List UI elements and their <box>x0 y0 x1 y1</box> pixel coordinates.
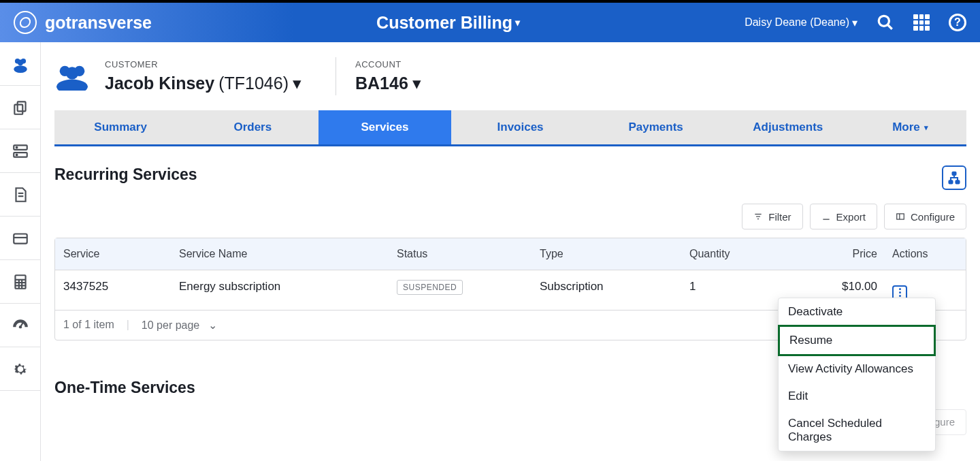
account-label: ACCOUNT <box>355 59 421 69</box>
sidebar-item-customers[interactable] <box>0 42 40 86</box>
action-view-allowances[interactable]: View Activity Allowances <box>779 355 935 383</box>
filter-icon <box>753 212 763 221</box>
svg-point-26 <box>66 67 78 79</box>
sidebar-item-dashboard[interactable] <box>0 304 40 347</box>
account-value: BA146 <box>355 74 408 93</box>
sidebar-item-copy[interactable] <box>0 86 40 129</box>
main-content: CUSTOMER Jacob Kinsey (TF1046) ▾ ACCOUNT… <box>41 42 980 461</box>
apps-grid-icon[interactable] <box>913 14 930 31</box>
actions-dropdown: Deactivate Resume View Activity Allowanc… <box>778 298 936 451</box>
customer-label: CUSTOMER <box>105 59 301 69</box>
sidebar-item-payments[interactable] <box>0 217 40 260</box>
tab-services[interactable]: Services <box>318 110 451 144</box>
svg-point-10 <box>16 146 17 148</box>
svg-point-0 <box>879 16 889 26</box>
user-name: Daisy Deane (Deane) <box>745 16 849 29</box>
top-right-controls: Daisy Deane (Deane) ▾ ? <box>745 14 966 31</box>
svg-point-4 <box>17 59 23 65</box>
columns-icon <box>896 212 905 221</box>
svg-rect-6 <box>17 101 25 111</box>
recurring-services-title: Recurring Services <box>54 165 197 184</box>
download-icon <box>821 212 831 221</box>
top-bar: gotransverse Customer Billing ▾ Daisy De… <box>0 0 980 42</box>
chevron-down-icon: ⌄ <box>208 319 217 332</box>
recurring-services-table: Service Service Name Status Type Quantit… <box>54 238 966 340</box>
tab-invoices[interactable]: Invoices <box>451 110 590 144</box>
help-icon[interactable]: ? <box>949 14 966 31</box>
cell-service-name: Energy subscription <box>171 270 389 310</box>
tab-summary[interactable]: Summary <box>54 110 186 144</box>
customer-name: Jacob Kinsey <box>105 74 214 93</box>
configure-button[interactable]: Configure <box>884 204 966 229</box>
svg-point-11 <box>16 154 17 155</box>
recurring-toolbar: Filter Export Configure <box>54 204 966 229</box>
brand-text: gotransverse <box>45 13 152 33</box>
col-service-name[interactable]: Service Name <box>171 238 389 270</box>
export-label: Export <box>836 211 866 223</box>
filter-label: Filter <box>768 211 791 223</box>
tab-more-label: More <box>892 121 920 134</box>
cell-status: SUSPENDED <box>389 270 532 310</box>
tab-payments[interactable]: Payments <box>590 110 722 144</box>
filter-button[interactable]: Filter <box>742 204 802 229</box>
sidebar-item-calculator[interactable] <box>0 260 40 304</box>
customer-header: CUSTOMER Jacob Kinsey (TF1046) ▾ ACCOUNT… <box>41 57 980 110</box>
divider <box>336 57 336 95</box>
tab-bar: Summary Orders Services Invoices Payment… <box>54 110 966 146</box>
svg-point-27 <box>56 80 88 91</box>
search-icon[interactable] <box>877 14 894 31</box>
svg-rect-14 <box>14 234 27 243</box>
per-page-label: 10 per page <box>142 319 199 331</box>
table-header: Service Service Name Status Type Quantit… <box>55 238 966 270</box>
divider: | <box>127 319 129 331</box>
svg-rect-23 <box>20 322 23 327</box>
svg-point-5 <box>14 65 27 73</box>
col-status[interactable]: Status <box>389 238 532 270</box>
sidebar-item-invoices[interactable] <box>0 173 40 217</box>
user-menu[interactable]: Daisy Deane (Deane) ▾ <box>745 16 858 29</box>
account-selector[interactable]: ACCOUNT BA146 ▾ <box>355 59 440 93</box>
page-title-text: Customer Billing <box>376 13 512 33</box>
item-count: 1 of 1 item <box>63 319 114 331</box>
table-row: 3437525 Energy subscription SUSPENDED Su… <box>55 270 966 311</box>
action-deactivate[interactable]: Deactivate <box>779 298 935 325</box>
export-button[interactable]: Export <box>810 204 877 229</box>
sidebar-item-services[interactable] <box>0 129 40 173</box>
tab-orders[interactable]: Orders <box>186 110 318 144</box>
sidebar-item-settings[interactable] <box>0 347 40 391</box>
chevron-down-icon: ▾ <box>852 16 858 29</box>
logo-icon <box>14 11 37 34</box>
col-actions: Actions <box>885 238 938 270</box>
customer-selector[interactable]: CUSTOMER Jacob Kinsey (TF1046) ▾ <box>105 59 321 93</box>
customer-code: (TF1046) <box>218 74 289 93</box>
col-type[interactable]: Type <box>532 238 681 270</box>
action-resume[interactable]: Resume <box>778 325 936 356</box>
chevron-down-icon: ▾ <box>515 17 520 28</box>
customers-icon <box>54 62 90 91</box>
hierarchy-button[interactable] <box>942 165 966 190</box>
page-title-dropdown[interactable]: Customer Billing ▾ <box>152 13 745 33</box>
svg-line-1 <box>887 25 892 29</box>
per-page-selector[interactable]: 10 per page ⌄ <box>142 319 217 332</box>
configure-label: Configure <box>911 211 955 223</box>
sidebar <box>0 42 41 461</box>
cell-service: 3437525 <box>55 270 171 310</box>
col-service[interactable]: Service <box>55 238 171 270</box>
chevron-down-icon: ▾ <box>924 123 928 132</box>
col-quantity[interactable]: Quantity <box>681 238 770 270</box>
svg-rect-29 <box>949 180 953 183</box>
action-edit[interactable]: Edit <box>779 383 935 410</box>
tab-adjustments[interactable]: Adjustments <box>722 110 854 144</box>
svg-rect-34 <box>897 214 904 219</box>
cell-quantity: 1 <box>681 270 770 310</box>
col-price[interactable]: Price <box>770 238 885 270</box>
svg-rect-30 <box>956 180 960 183</box>
svg-rect-28 <box>953 172 956 175</box>
tab-more[interactable]: More ▾ <box>854 110 966 144</box>
chevron-down-icon: ▾ <box>412 74 421 93</box>
brand-logo[interactable]: gotransverse <box>14 11 152 34</box>
action-cancel-scheduled[interactable]: Cancel Scheduled Charges <box>779 410 935 451</box>
status-badge: SUSPENDED <box>397 280 463 295</box>
chevron-down-icon: ▾ <box>293 74 301 93</box>
svg-rect-7 <box>14 104 22 114</box>
